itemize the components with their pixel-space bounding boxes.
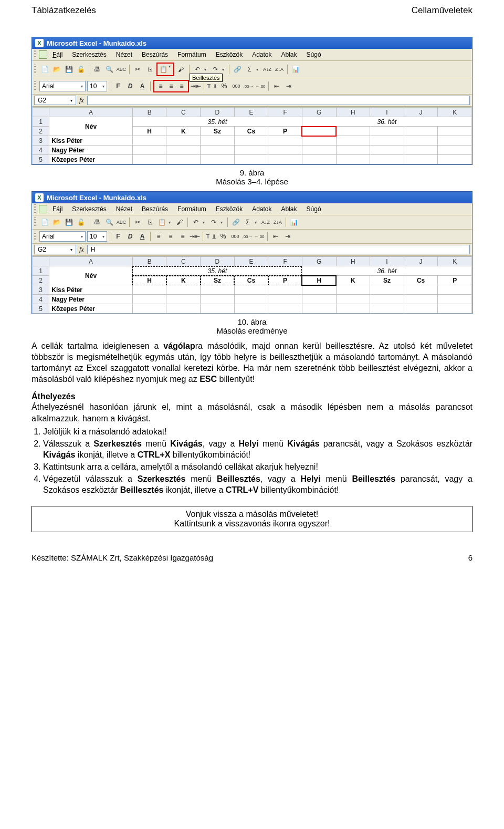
percent-icon[interactable]: % [218,231,228,242]
decrease-indent-icon[interactable]: ⇤ [270,231,281,242]
paste-dropdown-icon[interactable]: ▾ [169,64,173,75]
select-all-corner[interactable] [33,257,49,266]
sort-asc-icon[interactable]: A↓Z [260,217,271,227]
decrease-indent-icon[interactable]: ⇤ [271,81,282,91]
new-icon[interactable]: 📄 [39,217,50,227]
menu-edit[interactable]: Szerkesztés [68,50,110,59]
menu-format[interactable]: Formátum [173,204,211,214]
col-header[interactable]: I [370,108,404,117]
increase-indent-icon[interactable]: ⇥ [282,231,293,242]
menu-window[interactable]: Ablak [277,204,301,214]
autosum-icon[interactable]: Σ [243,217,253,227]
selected-cell[interactable] [302,127,336,136]
cell[interactable]: P [268,127,302,136]
row-header[interactable]: 1 [33,117,49,127]
cell[interactable]: K [336,276,370,285]
fx-icon[interactable]: fx [79,246,84,254]
save-icon[interactable]: 💾 [64,64,74,75]
col-header[interactable]: J [404,257,438,266]
cell[interactable]: Nagy Péter [49,295,133,304]
col-header[interactable]: G [302,257,336,266]
cell[interactable] [268,285,302,295]
cell[interactable]: Név [49,117,133,136]
cell[interactable] [438,146,472,155]
cell[interactable] [404,127,438,136]
cell[interactable] [302,136,336,146]
cell[interactable] [336,304,370,314]
redo-icon[interactable]: ↷ [208,217,219,227]
font-name-select[interactable]: Arial ▾ [39,231,86,242]
redo-icon[interactable]: ↷ [210,64,220,75]
col-header[interactable]: D [201,108,235,117]
preview-icon[interactable]: 🔍 [104,217,114,227]
cell[interactable] [370,155,404,164]
cell[interactable] [234,136,268,146]
cell[interactable] [370,146,404,155]
increase-decimal-icon[interactable]: ,00→ [243,81,254,91]
col-header[interactable]: K [438,108,472,117]
autosum-dropdown-icon[interactable]: ▾ [256,67,260,72]
cell[interactable] [370,127,404,136]
italic-button[interactable]: D [125,231,135,242]
align-right-icon[interactable]: ≡ [177,231,188,242]
col-header[interactable]: E [234,257,268,266]
decrease-decimal-icon[interactable]: ←,00 [254,231,265,242]
cell[interactable] [234,304,268,314]
copy-icon[interactable]: ⎘ [144,217,155,227]
chart-icon[interactable]: 📊 [289,217,299,227]
cell-grid[interactable]: A B C D E F G H I J K 1 Név 35. hét 36. … [32,107,472,164]
col-header[interactable]: I [370,257,404,266]
cell[interactable] [166,295,201,304]
format-painter-icon[interactable]: 🖌 [176,64,186,75]
cell[interactable]: Kiss Péter [49,285,133,295]
underline-button[interactable]: A [137,81,148,91]
cell[interactable] [201,136,235,146]
cell[interactable]: Közepes Péter [49,304,133,314]
paste-dropdown-icon[interactable]: ▾ [169,220,173,225]
print-icon[interactable]: 🖶 [92,217,102,227]
autosum-icon[interactable]: Σ [244,64,255,75]
font-size-select[interactable]: 10 ▾ [87,231,107,242]
cell-marquee[interactable]: P [268,276,302,285]
cell[interactable] [302,146,336,155]
align-left-icon[interactable]: ≡ [155,81,166,91]
cell[interactable] [336,155,370,164]
row-header[interactable]: 3 [33,136,49,146]
cell[interactable] [234,285,268,295]
font-size-select[interactable]: 10 ▾ [87,81,107,91]
menu-help[interactable]: Súgó [302,204,326,214]
spellcheck-icon[interactable]: ABC [116,217,127,227]
decrease-decimal-icon[interactable]: ←,00 [255,81,266,91]
print-icon[interactable]: 🖶 [92,64,102,75]
paste-button-highlighted[interactable]: 📋 ▾ [156,63,174,76]
menu-data[interactable]: Adatok [248,50,276,59]
formula-bar[interactable] [87,96,470,105]
cell[interactable] [201,285,235,295]
cell-marquee[interactable]: H [132,276,166,285]
cell[interactable] [438,155,472,164]
cell[interactable] [404,304,438,314]
cell[interactable] [132,304,166,314]
col-header[interactable]: H [336,257,370,266]
select-all-corner[interactable] [33,108,49,117]
copy-icon[interactable]: ⎘ [144,64,155,75]
menu-window[interactable]: Ablak [277,50,301,59]
cell[interactable]: H [132,127,166,136]
cell[interactable] [132,136,166,146]
paste-icon[interactable]: 📋 [158,64,169,75]
cell[interactable]: 36. hét [302,266,471,276]
cell[interactable]: Cs [234,127,268,136]
col-header[interactable]: G [302,108,336,117]
cell[interactable]: 36. hét [302,117,471,127]
cell[interactable] [302,285,336,295]
cell[interactable] [438,295,472,304]
cell[interactable]: Cs [404,276,438,285]
hyperlink-icon[interactable]: 🔗 [232,64,243,75]
save-icon[interactable]: 💾 [64,217,74,227]
cell[interactable] [268,155,302,164]
cell[interactable] [234,295,268,304]
menu-tools[interactable]: Eszközök [212,50,247,59]
menu-format[interactable]: Formátum [173,50,211,59]
col-header[interactable]: D [201,257,235,266]
permission-icon[interactable]: 🔓 [76,217,86,227]
